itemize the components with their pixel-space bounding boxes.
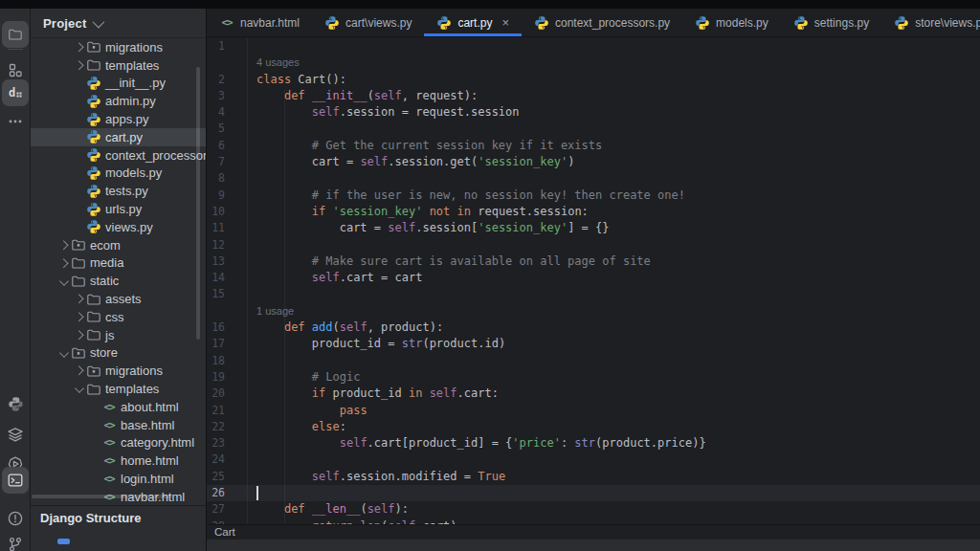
breadcrumb-item[interactable]: Cart xyxy=(214,526,235,538)
gutter-line-number[interactable]: 27 xyxy=(207,501,248,518)
version-control-tool-button[interactable] xyxy=(2,531,29,551)
tree-item-ecom[interactable]: ecom xyxy=(31,236,206,254)
tree-item-assets[interactable]: assets xyxy=(31,290,206,308)
gutter-line-number[interactable]: 8 xyxy=(207,170,248,187)
chevron-down-icon[interactable] xyxy=(71,382,86,397)
gutter-line-number[interactable]: 15 xyxy=(207,286,248,302)
code-line[interactable]: 20 if product_id in self.cart: xyxy=(207,386,980,402)
gutter-line-number[interactable]: 10 xyxy=(207,204,248,220)
tree-item-templates[interactable]: templates xyxy=(31,56,206,75)
code-line[interactable]: 26 xyxy=(207,485,980,501)
tab-models-py[interactable]: models.py xyxy=(682,9,781,36)
more-tool-windows-tool-button[interactable] xyxy=(2,108,29,135)
gutter-line-number[interactable]: 6 xyxy=(207,138,248,154)
code-line[interactable]: 21 pass xyxy=(207,403,980,419)
code-line[interactable]: 17 product_id = str(product.id) xyxy=(207,336,980,352)
gutter-line-number[interactable]: 21 xyxy=(207,403,248,419)
chevron-right-icon[interactable] xyxy=(56,237,71,253)
chevron-down-icon[interactable] xyxy=(93,15,105,28)
tree-item-tests-py[interactable]: tests.py xyxy=(31,182,206,200)
code-line[interactable]: 5 xyxy=(207,121,980,137)
gutter-line-number[interactable]: 12 xyxy=(207,237,248,253)
gutter-line-number[interactable]: 9 xyxy=(207,187,248,204)
tree-horizontal-scrollbar[interactable] xyxy=(32,495,172,498)
tree-item-media[interactable]: media xyxy=(31,254,206,273)
tree-item-models-py[interactable]: models.py xyxy=(31,165,206,183)
code-line[interactable]: 10 if 'session_key' not in request.sessi… xyxy=(207,204,980,220)
gutter-line-number[interactable]: 19 xyxy=(207,369,248,386)
code-line[interactable]: 16 def add(self, product): xyxy=(207,320,980,336)
code-line[interactable]: 13 # Make sure cart is available on all … xyxy=(207,253,980,270)
code-line[interactable]: 22 else: xyxy=(207,419,980,435)
tree-item-js[interactable]: js xyxy=(31,326,206,344)
code-line[interactable]: 4 self.session = request.session xyxy=(207,104,980,121)
gutter-line-number[interactable]: 23 xyxy=(207,435,248,452)
tab-store-views-py[interactable]: store\views.py xyxy=(881,9,980,36)
python-packages-tool-button[interactable] xyxy=(2,390,29,417)
gutter-line-number[interactable]: 3 xyxy=(207,88,248,104)
gutter-line-number[interactable] xyxy=(207,303,248,320)
tree-item-migrations[interactable]: migrations xyxy=(31,362,206,380)
tree-item-store[interactable]: store xyxy=(31,344,206,363)
tree-item-migrations[interactable]: migrations xyxy=(31,38,206,56)
gutter-line-number[interactable]: 26 xyxy=(207,485,248,501)
tree-item-templates[interactable]: templates xyxy=(31,380,206,398)
tab-settings-py[interactable]: settings.py xyxy=(781,9,881,36)
services-tool-button[interactable] xyxy=(2,421,29,448)
tree-item-login-html[interactable]: <>login.html xyxy=(31,470,206,488)
tree-item-context-processors-py[interactable]: context_processors.py xyxy=(31,146,206,165)
project-panel-header[interactable]: Project xyxy=(31,9,206,38)
tab-navbar-html[interactable]: <>navbar.html xyxy=(207,9,312,36)
tree-item-cart-py[interactable]: cart.py xyxy=(31,128,206,146)
chevron-right-icon[interactable] xyxy=(71,292,86,307)
code-line[interactable]: 2class Cart(): xyxy=(207,72,980,88)
code-line[interactable]: 15 xyxy=(207,286,980,302)
code-line[interactable]: 7 cart = self.session.get('session_key') xyxy=(207,154,980,170)
tab-cart-views-py[interactable]: cart\views.py xyxy=(312,9,424,36)
tree-item-static[interactable]: static xyxy=(31,272,206,290)
code-line[interactable]: 18 xyxy=(207,353,980,369)
code-line[interactable]: 6 # Get the current session key if it ex… xyxy=(207,138,980,154)
gutter-line-number[interactable]: 11 xyxy=(207,220,248,236)
django-structure-tool-button[interactable]: d xyxy=(2,79,29,106)
gutter-line-number[interactable]: 5 xyxy=(207,121,248,137)
code-line[interactable]: 19 # Logic xyxy=(207,369,980,386)
terminal-tool-button[interactable] xyxy=(2,467,29,494)
gutter-line-number[interactable]: 17 xyxy=(207,336,248,352)
tree-vertical-scrollbar[interactable] xyxy=(196,67,200,340)
gutter-line-number[interactable]: 7 xyxy=(207,154,248,170)
django-structure-header[interactable]: Django Structure xyxy=(31,506,206,529)
code-line[interactable]: 1 xyxy=(207,38,980,55)
gutter-line-number[interactable]: 22 xyxy=(207,419,248,435)
chevron-right-icon[interactable] xyxy=(71,39,86,55)
code-editor[interactable]: 14 usages2class Cart():3 def __init__(se… xyxy=(207,36,980,539)
close-icon[interactable]: × xyxy=(501,16,509,29)
code-line[interactable]: 24 xyxy=(207,452,980,468)
gutter-line-number[interactable]: 16 xyxy=(207,320,248,336)
code-line[interactable]: 9 # if the user is new, no session key! … xyxy=(207,187,980,204)
tab-context-processors-py[interactable]: context_processors.py xyxy=(522,9,682,36)
chevron-right-icon[interactable] xyxy=(71,364,86,379)
code-line[interactable]: 27 def __len__(self): xyxy=(207,501,980,518)
code-line[interactable]: 3 def __init__(self, request): xyxy=(207,88,980,104)
problems-tool-button[interactable] xyxy=(2,505,29,532)
chevron-down-icon[interactable] xyxy=(56,345,71,361)
code-line[interactable]: 14 self.cart = cart xyxy=(207,270,980,286)
gutter-line-number[interactable]: 1 xyxy=(207,38,248,55)
project-tool-button[interactable] xyxy=(2,21,29,48)
tree-item-apps-py[interactable]: apps.py xyxy=(31,110,206,128)
gutter-line-number[interactable]: 25 xyxy=(207,469,248,485)
tab-cart-py[interactable]: cart.py× xyxy=(424,9,522,36)
tree-item-admin-py[interactable]: admin.py xyxy=(31,92,206,110)
code-line[interactable]: 23 self.cart[product_id] = {'price': str… xyxy=(207,435,980,452)
code-line[interactable]: 8 xyxy=(207,170,980,187)
tree-item--init-py[interactable]: __init__.py xyxy=(31,75,206,93)
django-structure-item-partial[interactable] xyxy=(57,539,70,544)
chevron-right-icon[interactable] xyxy=(71,309,86,324)
tree-item-about-html[interactable]: <>about.html xyxy=(31,398,206,416)
gutter-line-number[interactable]: 2 xyxy=(207,72,248,88)
chevron-right-icon[interactable] xyxy=(71,327,86,342)
code-line[interactable]: 25 self.session.modified = True xyxy=(207,469,980,485)
code-line[interactable]: 12 xyxy=(207,237,980,253)
gutter-line-number[interactable]: 13 xyxy=(207,253,248,270)
